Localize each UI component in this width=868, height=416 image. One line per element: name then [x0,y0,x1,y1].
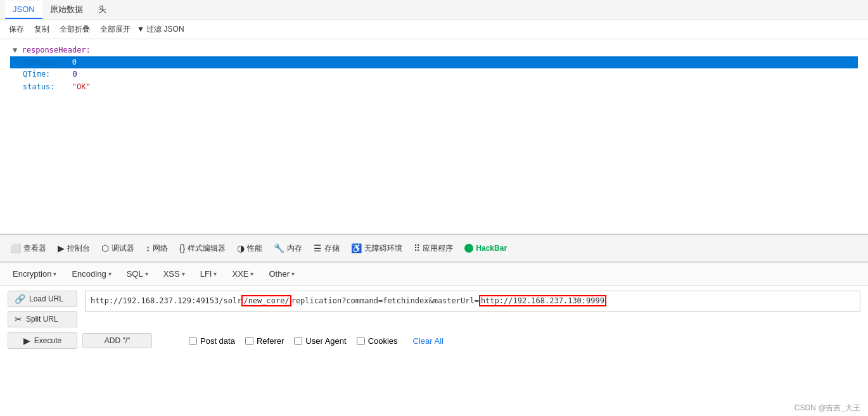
tab-json[interactable]: JSON [5,1,42,19]
devtools-network-btn[interactable]: ↕ 网络 [141,241,173,256]
devtools-storage-label: 存储 [324,243,340,254]
style-icon: {} [179,243,185,253]
url-display[interactable]: http://192.168.237.129:49153/solr/new_co… [85,291,860,312]
perf-icon: ◑ [237,243,245,253]
json-content: ▼ responseHeader: status: 0 QTime: 0 sta… [0,39,868,98]
json-status2-row[interactable]: status: "OK" [10,81,858,93]
storage-icon: ☰ [314,243,322,253]
devtools-debugger-btn[interactable]: ⬡ 调试器 [96,241,139,256]
user-agent-label: User Agent [305,336,346,346]
footer-text: CSDN @吉吉_大王 [795,403,860,412]
url-area: 🔗 Load URL ✂ Split URL http://192.168.23… [0,286,868,332]
json-status-value: 0 [72,58,77,66]
post-data-checkbox[interactable] [189,337,197,345]
save-button[interactable]: 保存 [5,23,28,36]
devtools-perf-btn[interactable]: ◑ 性能 [232,241,267,256]
url-segment1: /new_core/ [241,295,291,306]
menu-encryption-label: Encryption [13,269,51,279]
tab-head[interactable]: 头 [91,0,114,20]
tab-raw[interactable]: 原始数据 [42,0,91,20]
expand-all-button[interactable]: 全部展开 [96,23,134,36]
menu-other[interactable]: Other ▾ [264,267,300,281]
referer-label: Referer [257,336,284,346]
user-agent-checkbox[interactable] [294,337,302,345]
devtools-hackbar-label: HackBar [476,244,507,253]
console-icon: ▶ [58,243,65,253]
post-data-option[interactable]: Post data [189,336,235,346]
other-arrow-icon: ▾ [291,270,295,277]
user-agent-option[interactable]: User Agent [294,336,346,346]
json-viewer: JSON 原始数据 头 保存 复制 全部折叠 全部展开 ▼ 过滤 JSON ▼ … [0,0,868,234]
hackbar-panel: Encryption ▾ Encoding ▾ SQL ▾ XSS ▾ LFI … [0,262,868,354]
split-url-button[interactable]: ✂ Split URL [8,311,77,327]
devtools-network-label: 网络 [153,243,168,254]
a11y-icon: ♿ [351,243,362,253]
devtools-debugger-label: 调试器 [112,243,134,254]
devtools-inspect-btn[interactable]: ⬜ 查看器 [5,241,51,256]
collapse-all-button[interactable]: 全部折叠 [56,23,94,36]
network-icon: ↕ [146,243,150,253]
menu-encryption[interactable]: Encryption ▾ [8,267,61,281]
xxe-arrow-icon: ▾ [250,270,253,277]
copy-button[interactable]: 复制 [30,23,53,36]
url-buttons: 🔗 Load URL ✂ Split URL [8,291,77,327]
hackbar-icon [464,244,473,253]
url-prefix: http://192.168.237.129:49153/solr [91,296,241,305]
load-url-button[interactable]: 🔗 Load URL [8,291,77,307]
devtools-style-btn[interactable]: {} 样式编辑器 [174,241,231,256]
menu-xxe[interactable]: XXE ▾ [227,267,258,281]
filter-text[interactable]: ▼ 过滤 JSON [137,24,184,35]
cookies-checkbox[interactable] [357,337,365,345]
memory-icon: 🔧 [274,243,284,253]
cookies-label: Cookies [368,336,398,346]
url-middle: replication?command=fetchindex&masterUrl… [291,296,479,305]
menu-xss[interactable]: XSS ▾ [158,267,190,281]
action-buttons-row: ▶ Execute ADD "/" Post data Referer User… [0,332,868,354]
tab-bar: JSON 原始数据 头 [0,0,868,20]
devtools-storage-btn[interactable]: ☰ 存储 [309,241,345,256]
devtools-apps-btn[interactable]: ⠿ 应用程序 [409,241,458,256]
devtools-a11y-btn[interactable]: ♿ 无障碍环境 [346,241,407,256]
split-url-label: Split URL [26,315,58,324]
json-qtime-value: 0 [73,70,77,79]
devtools-inspect-label: 查看器 [23,243,46,254]
inspect-icon: ⬜ [10,243,21,253]
json-qtime-row[interactable]: QTime: 0 [10,68,858,80]
cookies-option[interactable]: Cookies [357,336,398,346]
menu-encoding-label: Encoding [72,269,106,279]
referer-checkbox[interactable] [245,337,253,345]
devtools-apps-label: 应用程序 [423,243,453,254]
post-data-label: Post data [200,336,235,346]
devtools-memory-btn[interactable]: 🔧 内存 [269,241,307,256]
xss-arrow-icon: ▾ [182,270,185,277]
menu-encoding[interactable]: Encoding ▾ [67,267,116,281]
devtools-bar: ⬜ 查看器 ▶ 控制台 ⬡ 调试器 ↕ 网络 {} 样式编辑器 ◑ 性能 🔧 内… [0,234,868,262]
devtools-memory-label: 内存 [287,243,302,254]
add-slash-button[interactable]: ADD "/" [82,333,152,348]
json-toolbar: 保存 复制 全部折叠 全部展开 ▼ 过滤 JSON [0,20,868,39]
referer-option[interactable]: Referer [245,336,284,346]
url-input-wrapper: http://192.168.237.129:49153/solr/new_co… [85,291,860,312]
devtools-console-label: 控制台 [67,243,90,254]
load-url-label: Load URL [29,294,63,303]
devtools-console-btn[interactable]: ▶ 控制台 [53,241,95,256]
footer: CSDN @吉吉_大王 [795,403,860,413]
devtools-hackbar-btn[interactable]: HackBar [459,241,512,255]
json-status-key: status: [23,58,55,66]
json-qtime-key: QTime: [23,70,50,79]
add-slash-label: ADD "/" [105,336,131,345]
devtools-perf-label: 性能 [247,243,262,254]
json-root-row[interactable]: ▼ responseHeader: [10,44,858,56]
lfi-arrow-icon: ▾ [214,270,217,277]
menu-xss-label: XSS [163,269,180,279]
json-status-row[interactable]: status: 0 [10,56,858,68]
menu-sql[interactable]: SQL ▾ [122,267,153,281]
execute-button[interactable]: ▶ Execute [8,332,77,349]
devtools-style-label: 样式编辑器 [188,243,226,254]
menu-lfi[interactable]: LFI ▾ [195,267,222,281]
json-status2-value: "OK" [72,82,91,91]
sql-arrow-icon: ▾ [145,270,148,277]
clear-all-button[interactable]: Clear All [413,336,444,346]
execute-icon: ▶ [23,336,30,346]
hackbar-menu-bar: Encryption ▾ Encoding ▾ SQL ▾ XSS ▾ LFI … [0,263,868,286]
